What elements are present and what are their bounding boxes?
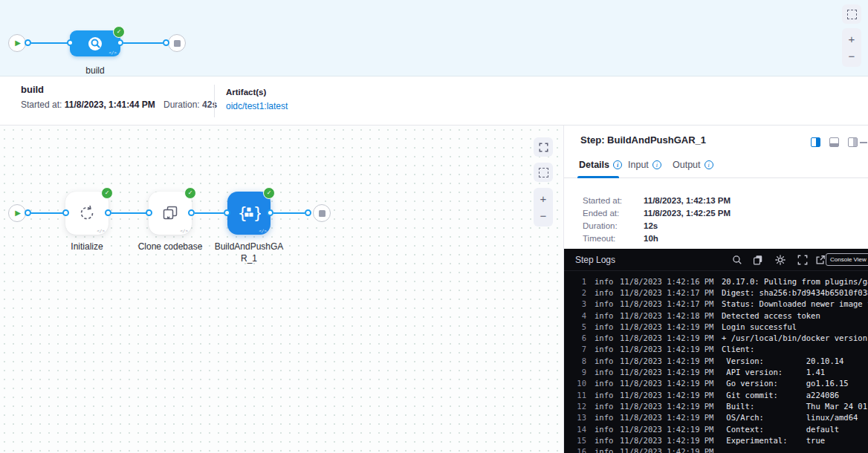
log-line: 7 info 11/8/2023 1:42:19 PM Client:	[564, 344, 868, 355]
log-timestamp: 11/8/2023 1:42:17 PM	[620, 288, 716, 297]
log-level: info	[595, 402, 614, 411]
stage-node-build[interactable]: ✓ </>	[70, 30, 120, 56]
stage-label: build	[58, 65, 132, 76]
step-node-clone-codebase[interactable]: ✓ </>	[149, 192, 192, 235]
zoom-out-button[interactable]: −	[540, 210, 547, 221]
step-graph-canvas[interactable]	[0, 126, 563, 453]
log-line: 5 info 11/8/2023 1:42:19 PM Login succes…	[564, 321, 868, 332]
clone-icon	[161, 204, 179, 222]
log-message: Context: default	[722, 425, 839, 434]
detail-row: Ended at: 11/8/2023, 1:42:25 PM	[583, 206, 731, 219]
marquee-select-button[interactable]	[842, 4, 861, 24]
layout-right-icon[interactable]	[811, 137, 820, 147]
step-panel-title: Step: BuildAndPushGAR_1	[580, 134, 706, 146]
edge-port	[67, 39, 74, 46]
zoom-out-button[interactable]: −	[849, 50, 855, 62]
log-timestamp: 11/8/2023 1:42:18 PM	[620, 311, 716, 320]
log-timestamp: 11/8/2023 1:42:19 PM	[620, 345, 716, 353]
copy-icon[interactable]	[753, 255, 763, 265]
info-icon[interactable]: i	[652, 160, 661, 169]
step-logs-panel: Step Logs	[564, 249, 868, 453]
tab-input[interactable]: Input i	[628, 160, 661, 170]
log-lines: 1 info 11/8/2023 1:42:16 PM 20.17.0: Pul…	[564, 276, 868, 453]
tab-output[interactable]: Output i	[673, 160, 713, 170]
layout-bottom-icon[interactable]	[829, 137, 839, 147]
log-message: Experimental: true	[722, 436, 825, 445]
log-line-number: 8	[570, 356, 586, 365]
log-timestamp: 11/8/2023 1:42:19 PM	[620, 322, 716, 331]
graph-edge	[111, 212, 149, 214]
log-line-number: 5	[570, 322, 586, 331]
success-check-icon: ✓	[263, 187, 275, 199]
log-level: info	[595, 436, 614, 445]
log-line: 13 info 11/8/2023 1:42:19 PM OS/Arch: li…	[564, 412, 868, 423]
search-icon[interactable]	[732, 255, 742, 265]
edge-port	[163, 39, 169, 46]
graph-edge	[273, 212, 305, 214]
duration-value: 42s	[202, 100, 217, 110]
gar-cubes-icon: { }	[237, 203, 261, 223]
fit-view-button[interactable]	[534, 137, 553, 157]
step-node-buildandpushgar[interactable]: { } ✓ </>	[227, 192, 271, 235]
edge-port	[25, 209, 31, 216]
edge-port	[267, 209, 273, 216]
log-line: 6 info 11/8/2023 1:42:19 PM + /usr/local…	[564, 332, 868, 343]
tab-details[interactable]: Details i	[579, 160, 622, 170]
build-duration: Duration: 42s	[163, 100, 217, 110]
graph-start-node[interactable]: ▶	[8, 204, 26, 222]
pipeline-start-node[interactable]: ▶	[8, 34, 26, 52]
pipeline-end-node[interactable]	[168, 34, 186, 52]
artifact-link[interactable]: oidc/test1:latest	[226, 101, 288, 111]
log-message: OS/Arch: linux/amd64	[722, 413, 858, 422]
log-timestamp: 11/8/2023 1:42:19 PM	[620, 379, 716, 388]
graph-end-node[interactable]	[313, 204, 331, 222]
artifacts-label: Artifact(s)	[226, 88, 266, 97]
marquee-select-button[interactable]	[534, 163, 553, 182]
step-panel-tabs: Details i Input i Output i	[564, 155, 868, 178]
log-line: 14 info 11/8/2023 1:42:19 PM Context: de…	[564, 423, 868, 434]
log-message: Digest: sha256:b7d9434b65010f038f8ec	[722, 288, 868, 297]
graph-edge	[31, 212, 65, 214]
success-check-icon: ✓	[101, 187, 113, 199]
detail-label: Duration:	[583, 221, 644, 230]
started-value: 11/8/2023, 1:41:44 PM	[65, 100, 155, 110]
log-line-number: 4	[570, 311, 586, 320]
sync-icon	[77, 203, 97, 223]
log-level: info	[595, 311, 614, 320]
zoom-in-button[interactable]: +	[849, 33, 855, 45]
edge-port	[305, 209, 311, 216]
log-level: info	[595, 447, 614, 453]
log-line-number: 11	[570, 391, 586, 400]
open-in-new-icon[interactable]	[815, 255, 826, 265]
settings-gear-icon[interactable]	[775, 255, 786, 265]
log-message: Git commit: a224086	[722, 391, 839, 400]
edge-port	[146, 209, 152, 216]
code-glyph-icon: </>	[180, 228, 188, 233]
log-line: 11 info 11/8/2023 1:42:19 PM Git commit:…	[564, 389, 868, 400]
edge-port	[105, 209, 111, 216]
step-node-initialize[interactable]: ✓ </>	[65, 192, 108, 235]
fullscreen-icon[interactable]	[797, 255, 808, 265]
layout-float-icon[interactable]	[848, 137, 858, 147]
step-details-list: Started at: 11/8/2023, 1:42:13 PM Ended …	[583, 194, 731, 245]
success-check-icon: ✓	[113, 26, 125, 38]
play-icon: ▶	[15, 209, 21, 217]
stop-icon	[319, 210, 326, 217]
zoom-in-button[interactable]: +	[540, 193, 547, 204]
marquee-select-icon	[847, 10, 857, 19]
tab-input-label: Input	[628, 160, 649, 170]
stop-icon	[174, 40, 181, 47]
log-level: info	[595, 277, 614, 286]
detail-row: Timeout: 10h	[583, 232, 731, 245]
console-view-button[interactable]: Console View	[826, 253, 868, 266]
info-icon[interactable]: i	[613, 160, 622, 169]
build-started: Started at: 11/8/2023, 1:41:44 PM	[21, 100, 155, 110]
minimize-icon[interactable]	[860, 142, 867, 143]
log-line-number: 15	[570, 436, 586, 445]
log-message: API version: 1.41	[722, 368, 825, 377]
zoom-control: + −	[842, 28, 861, 67]
log-line-number: 7	[570, 345, 586, 353]
info-icon[interactable]: i	[705, 160, 713, 169]
log-level: info	[595, 413, 614, 422]
step-label-clone-codebase: Clone codebase	[126, 241, 215, 252]
